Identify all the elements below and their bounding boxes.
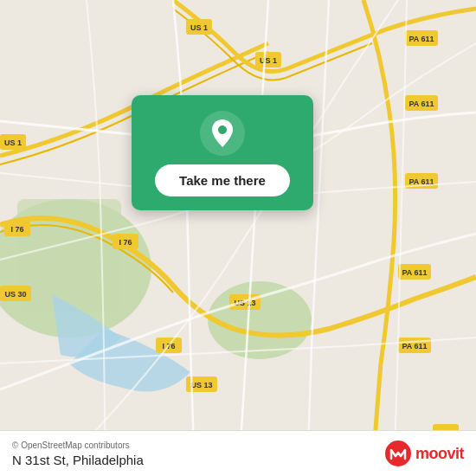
moovit-logo: moovit [384,440,464,467]
take-me-there-button[interactable]: Take me there [155,164,290,196]
svg-point-3 [208,281,312,359]
svg-text:PA 611: PA 611 [408,100,434,108]
svg-point-36 [218,125,227,134]
location-name: N 31st St, Philadelphia [12,453,144,467]
location-pin-icon [200,111,245,156]
moovit-brand-icon [384,440,412,467]
svg-text:PA 611: PA 611 [408,35,434,43]
osm-attribution: © OpenStreetMap contributors [12,441,144,450]
bottom-bar: © OpenStreetMap contributors N 31st St, … [0,430,476,476]
svg-text:US 1: US 1 [4,138,22,147]
map-container: US 1 PA 611 PA 611 PA 611 PA 611 PA 611 … [0,0,476,476]
action-card: Take me there [132,95,313,210]
svg-text:US 13: US 13 [190,381,212,389]
bottom-left-info: © OpenStreetMap contributors N 31st St, … [12,441,144,467]
svg-text:PA 611: PA 611 [402,342,427,351]
svg-text:US 30: US 30 [4,290,26,299]
svg-text:I 76: I 76 [10,225,23,234]
svg-text:I 76: I 76 [119,238,132,247]
moovit-brand-text: moovit [415,445,464,463]
svg-text:US 1: US 1 [190,23,208,32]
svg-text:US 1: US 1 [260,56,277,65]
svg-text:PA 611: PA 611 [402,268,427,277]
map-background: US 1 PA 611 PA 611 PA 611 PA 611 PA 611 … [0,0,476,476]
